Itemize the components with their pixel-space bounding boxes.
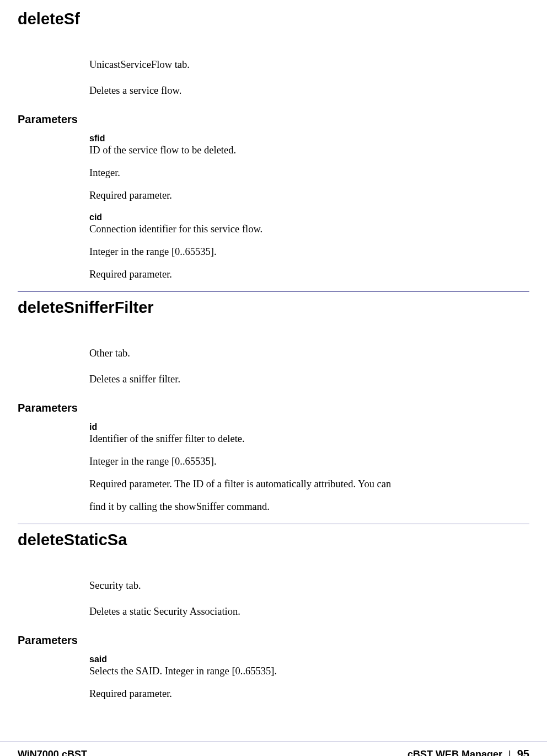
section-heading: deleteStaticSa	[18, 524, 529, 555]
param-desc: find it by calling the showSniffer comma…	[89, 501, 529, 513]
section-heading: deleteSnifferFilter	[18, 291, 529, 322]
footer-page-number: 95	[517, 748, 529, 756]
intro-line: Deletes a sniffer filter.	[89, 372, 529, 386]
parameters-heading: Parameters	[18, 634, 529, 647]
document-page: deleteSf UnicastServiceFlow tab. Deletes…	[0, 0, 547, 700]
section-intro: Other tab. Deletes a sniffer filter.	[89, 347, 529, 386]
param-name: sfid	[89, 134, 529, 143]
param-desc: ID of the service flow to be deleted.	[89, 145, 529, 156]
footer-separator: |	[508, 749, 511, 756]
param-desc: Integer in the range [0..65535].	[89, 246, 529, 258]
param-desc: Selects the SAID. Integer in range [0..6…	[89, 666, 529, 677]
footer-right: cBST WEB Manager | 95	[407, 748, 529, 756]
param-desc: Required parameter.	[89, 190, 529, 201]
section-heading: deleteSf	[18, 0, 529, 34]
intro-line: Security tab.	[89, 579, 529, 593]
param-desc: Connection identifier for this service f…	[89, 223, 529, 235]
param-name: said	[89, 654, 529, 664]
parameters-heading: Parameters	[18, 402, 529, 414]
param-name: id	[89, 422, 529, 432]
parameters-heading: Parameters	[18, 113, 529, 126]
footer-left: WiN7000 cBST	[18, 749, 87, 756]
param-name: cid	[89, 212, 529, 222]
intro-line: Other tab.	[89, 347, 529, 360]
param-desc: Integer.	[89, 167, 529, 179]
param-desc: Required parameter.	[89, 688, 529, 700]
section-intro: Security tab. Deletes a static Security …	[89, 579, 529, 619]
param-desc: Required parameter. The ID of a filter i…	[89, 478, 529, 490]
intro-line: Deletes a service flow.	[89, 84, 529, 98]
param-desc: Required parameter.	[89, 269, 529, 280]
param-desc: Identifier of the sniffer filter to dele…	[89, 433, 529, 445]
footer-section-label: cBST WEB Manager	[407, 749, 502, 756]
param-desc: Integer in the range [0..65535].	[89, 456, 529, 467]
intro-line: UnicastServiceFlow tab.	[89, 58, 529, 72]
section-intro: UnicastServiceFlow tab. Deletes a servic…	[89, 58, 529, 98]
page-footer: WiN7000 cBST cBST WEB Manager | 95	[0, 742, 547, 756]
intro-line: Deletes a static Security Association.	[89, 605, 529, 619]
